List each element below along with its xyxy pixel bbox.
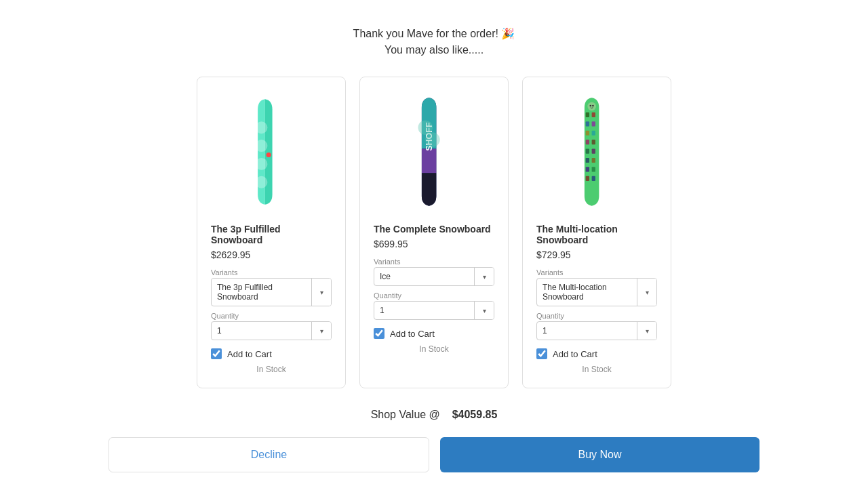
svg-rect-16 xyxy=(586,149,589,154)
thank-you-text: Thank you Mave for the order! 🎉 xyxy=(0,27,868,40)
variants-select-2[interactable]: Ice ▾ xyxy=(374,267,494,286)
in-stock-3: In Stock xyxy=(536,365,657,374)
in-stock-1: In Stock xyxy=(211,365,332,374)
svg-rect-18 xyxy=(586,158,589,163)
add-to-cart-row-3: Add to Cart xyxy=(536,348,657,359)
product-name-2: The Complete Snowboard xyxy=(374,224,494,235)
product-card-2: SHOFF The Complete Snowboard $699.95 Var… xyxy=(359,77,509,388)
variants-arrow-2[interactable]: ▾ xyxy=(475,268,494,285)
quantity-group-1: Quantity 1 ▾ xyxy=(211,312,332,340)
quantity-label-2: Quantity xyxy=(374,291,494,300)
svg-point-6 xyxy=(418,120,433,134)
products-grid: The 3p Fulfilled Snowboard $2629.95 Vari… xyxy=(0,77,868,388)
variants-group-1: Variants The 3p Fulfilled Snowboard ▾ xyxy=(211,268,332,306)
add-to-cart-checkbox-1[interactable] xyxy=(211,348,222,359)
product-card-1: The 3p Fulfilled Snowboard $2629.95 Vari… xyxy=(197,77,346,388)
svg-point-7 xyxy=(425,132,439,146)
product-image-2: SHOFF xyxy=(374,91,494,213)
svg-point-0 xyxy=(256,121,268,134)
variants-label-2: Variants xyxy=(374,258,494,266)
svg-rect-13 xyxy=(592,131,595,136)
variants-value-3: The Multi-location Snowboard xyxy=(537,279,637,306)
header-section: Thank you Mave for the order! 🎉 You may … xyxy=(0,14,868,77)
variants-arrow-1[interactable]: ▾ xyxy=(312,279,331,306)
quantity-select-1[interactable]: 1 ▾ xyxy=(211,321,332,340)
svg-point-26 xyxy=(592,105,594,107)
add-to-cart-checkbox-3[interactable] xyxy=(536,348,547,359)
svg-point-3 xyxy=(256,176,268,188)
variants-select-1[interactable]: The 3p Fulfilled Snowboard ▾ xyxy=(211,278,332,306)
quantity-select-2[interactable]: 1 ▾ xyxy=(374,301,494,320)
variants-label-1: Variants xyxy=(211,268,332,277)
svg-rect-22 xyxy=(586,176,589,181)
product-image-3 xyxy=(536,91,657,213)
svg-rect-23 xyxy=(592,176,595,181)
product-image-1 xyxy=(211,91,332,213)
quantity-group-2: Quantity 1 ▾ xyxy=(374,291,494,320)
shop-value-label: Shop Value @ xyxy=(371,409,440,420)
variants-value-2: Ice xyxy=(374,268,474,285)
quantity-select-3[interactable]: 1 ▾ xyxy=(536,321,657,340)
add-to-cart-label-1: Add to Cart xyxy=(227,349,272,359)
shop-value-amount: $4059.85 xyxy=(452,409,498,420)
svg-rect-15 xyxy=(592,140,595,144)
variants-label-3: Variants xyxy=(536,268,657,277)
svg-point-4 xyxy=(267,152,271,157)
svg-rect-14 xyxy=(586,140,589,144)
variants-value-1: The 3p Fulfilled Snowboard xyxy=(212,279,311,306)
variants-arrow-3[interactable]: ▾ xyxy=(637,279,656,306)
quantity-arrow-1[interactable]: ▾ xyxy=(312,322,331,340)
svg-rect-20 xyxy=(586,167,589,171)
quantity-label-1: Quantity xyxy=(211,312,332,320)
svg-rect-10 xyxy=(586,121,589,126)
svg-point-25 xyxy=(590,105,592,107)
variants-select-3[interactable]: The Multi-location Snowboard ▾ xyxy=(536,278,657,306)
quantity-group-3: Quantity 1 ▾ xyxy=(536,312,657,340)
product-name-1: The 3p Fulfilled Snowboard xyxy=(211,224,332,245)
product-price-2: $699.95 xyxy=(374,239,494,249)
svg-point-2 xyxy=(256,158,268,170)
product-card-3: The Multi-location Snowboard $729.95 Var… xyxy=(522,77,671,388)
quantity-value-2: 1 xyxy=(374,302,474,319)
action-buttons: Decline Buy Now xyxy=(0,437,868,472)
svg-rect-11 xyxy=(592,121,595,126)
svg-point-24 xyxy=(588,102,597,111)
svg-rect-17 xyxy=(592,149,595,154)
variants-group-2: Variants Ice ▾ xyxy=(374,258,494,286)
add-to-cart-row-2: Add to Cart xyxy=(374,328,494,339)
quantity-value-1: 1 xyxy=(212,322,311,340)
add-to-cart-label-2: Add to Cart xyxy=(390,329,435,339)
svg-rect-12 xyxy=(586,131,589,136)
quantity-value-3: 1 xyxy=(537,322,637,340)
add-to-cart-checkbox-2[interactable] xyxy=(374,328,384,339)
buy-now-button[interactable]: Buy Now xyxy=(440,437,760,472)
add-to-cart-label-3: Add to Cart xyxy=(553,349,597,359)
svg-rect-19 xyxy=(592,158,595,163)
product-price-3: $729.95 xyxy=(536,249,657,260)
svg-rect-21 xyxy=(592,167,595,171)
add-to-cart-row-1: Add to Cart xyxy=(211,348,332,359)
page-wrapper: Thank you Mave for the order! 🎉 You may … xyxy=(0,0,868,488)
quantity-arrow-2[interactable]: ▾ xyxy=(475,302,494,319)
quantity-arrow-3[interactable]: ▾ xyxy=(637,322,656,340)
shop-value-row: Shop Value @ $4059.85 xyxy=(0,409,868,421)
variants-group-3: Variants The Multi-location Snowboard ▾ xyxy=(536,268,657,306)
quantity-label-3: Quantity xyxy=(536,312,657,320)
in-stock-2: In Stock xyxy=(374,344,494,354)
decline-button[interactable]: Decline xyxy=(108,437,429,472)
svg-rect-8 xyxy=(586,113,589,117)
svg-point-1 xyxy=(256,140,268,152)
svg-rect-9 xyxy=(592,113,595,117)
product-name-3: The Multi-location Snowboard xyxy=(536,224,657,245)
product-price-1: $2629.95 xyxy=(211,249,332,260)
may-also-like-text: You may also like..... xyxy=(0,44,868,56)
